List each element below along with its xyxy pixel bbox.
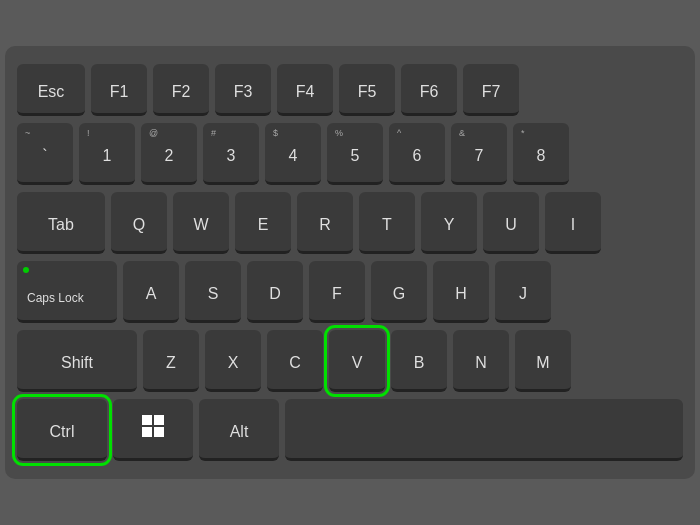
key-q[interactable]: Q [111,192,167,254]
key-f5[interactable]: F5 [339,64,395,116]
key-alt[interactable]: Alt [199,399,279,461]
svg-rect-1 [154,415,164,425]
key-g[interactable]: G [371,261,427,323]
keyboard: Esc F1 F2 F3 F4 F5 F6 F7 ~ ` ! 1 @ 2 # 3… [5,46,695,479]
key-z[interactable]: Z [143,330,199,392]
key-3[interactable]: # 3 [203,123,259,185]
key-d[interactable]: D [247,261,303,323]
key-win[interactable] [113,399,193,461]
zxcv-row: Shift Z X C V B N M [17,330,683,392]
bottom-row: Ctrl Alt [17,399,683,461]
qwerty-row: Tab Q W E R T Y U I [17,192,683,254]
fn-row: Esc F1 F2 F3 F4 F5 F6 F7 [17,64,683,116]
key-f2[interactable]: F2 [153,64,209,116]
key-n[interactable]: N [453,330,509,392]
key-capslock[interactable]: Caps Lock [17,261,117,323]
number-row: ~ ` ! 1 @ 2 # 3 $ 4 % 5 ^ 6 & 7 [17,123,683,185]
key-b[interactable]: B [391,330,447,392]
key-f3[interactable]: F3 [215,64,271,116]
windows-icon [142,415,164,442]
svg-rect-3 [154,427,164,437]
key-tab[interactable]: Tab [17,192,105,254]
key-1[interactable]: ! 1 [79,123,135,185]
key-ctrl[interactable]: Ctrl [17,399,107,461]
key-y[interactable]: Y [421,192,477,254]
key-m[interactable]: M [515,330,571,392]
key-f6[interactable]: F6 [401,64,457,116]
key-s[interactable]: S [185,261,241,323]
key-f7[interactable]: F7 [463,64,519,116]
key-i[interactable]: I [545,192,601,254]
key-4[interactable]: $ 4 [265,123,321,185]
key-j[interactable]: J [495,261,551,323]
key-v[interactable]: V [329,330,385,392]
key-f[interactable]: F [309,261,365,323]
key-u[interactable]: U [483,192,539,254]
key-space[interactable] [285,399,683,461]
key-x[interactable]: X [205,330,261,392]
key-6[interactable]: ^ 6 [389,123,445,185]
key-e[interactable]: E [235,192,291,254]
key-f1[interactable]: F1 [91,64,147,116]
svg-rect-2 [142,427,152,437]
key-w[interactable]: W [173,192,229,254]
key-a[interactable]: A [123,261,179,323]
key-f4[interactable]: F4 [277,64,333,116]
svg-rect-0 [142,415,152,425]
key-backtick[interactable]: ~ ` [17,123,73,185]
key-8[interactable]: * 8 [513,123,569,185]
key-h[interactable]: H [433,261,489,323]
key-7[interactable]: & 7 [451,123,507,185]
key-esc[interactable]: Esc [17,64,85,116]
asdf-row: Caps Lock A S D F G H J [17,261,683,323]
key-r[interactable]: R [297,192,353,254]
key-5[interactable]: % 5 [327,123,383,185]
key-c[interactable]: C [267,330,323,392]
key-t[interactable]: T [359,192,415,254]
key-shift[interactable]: Shift [17,330,137,392]
caps-lock-led [23,267,29,273]
key-2[interactable]: @ 2 [141,123,197,185]
